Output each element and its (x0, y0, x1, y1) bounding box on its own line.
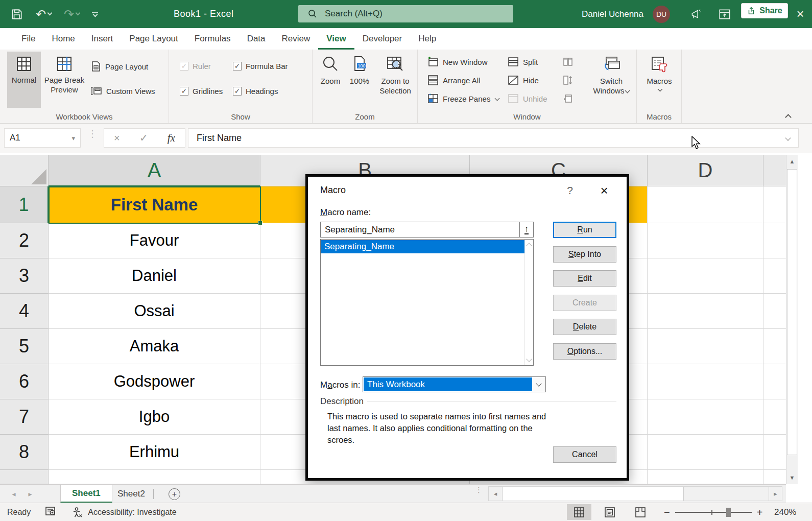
tab-data[interactable]: Data (239, 28, 274, 50)
macro-record-button[interactable] (45, 506, 57, 519)
arrange-all-button[interactable]: Arrange All (427, 75, 480, 86)
macro-list-item-selected[interactable]: Separating_Name (321, 240, 524, 253)
page-break-preview-button[interactable]: Page Break Preview (42, 52, 87, 108)
macros-button[interactable]: Macros (643, 52, 676, 108)
avatar[interactable]: DU (653, 6, 670, 23)
cell-a8[interactable]: Erhimu (49, 435, 260, 470)
tab-review[interactable]: Review (274, 28, 319, 50)
cell-d8[interactable] (648, 435, 763, 470)
insert-function-button[interactable]: fx (168, 132, 175, 145)
name-box-dropdown-icon[interactable]: ▾ (71, 134, 75, 142)
scroll-right-button[interactable]: ▸ (769, 487, 782, 501)
undo-button[interactable]: ↶ (36, 8, 52, 20)
checkbox-headings[interactable]: ✓ Headings (233, 87, 278, 96)
share-button[interactable]: Share (741, 3, 788, 18)
tab-help[interactable]: Help (410, 28, 444, 50)
cell-a1[interactable]: First Name (49, 186, 260, 223)
cell-d7[interactable] (648, 399, 763, 435)
tab-insert[interactable]: Insert (83, 28, 122, 50)
view-page-break-button[interactable] (628, 504, 653, 520)
cell-a5[interactable]: Amaka (49, 329, 260, 364)
cell-a4[interactable]: Ossai (49, 294, 260, 329)
horizontal-scrollbar[interactable]: ◂ ▸ (488, 486, 782, 501)
save-button[interactable] (10, 8, 23, 21)
col-header-a[interactable]: A (49, 155, 260, 186)
formula-enter-button[interactable]: ✓ (139, 132, 148, 144)
name-box[interactable]: A1 ▾ (4, 128, 81, 148)
cell-e7[interactable] (763, 399, 786, 435)
row-header-7[interactable]: 7 (0, 399, 49, 435)
vertical-scrollbar[interactable]: ▲ ▼ (786, 155, 798, 484)
reset-window-position-button[interactable] (562, 93, 574, 106)
zoom-in-button[interactable]: + (757, 507, 763, 518)
formula-bar-expand-icon[interactable] (785, 135, 791, 140)
hide-button[interactable]: Hide (507, 75, 539, 86)
page-layout-view-button[interactable]: Page Layout (90, 61, 148, 72)
cell-a7[interactable]: Igbo (49, 399, 260, 435)
ribbon-display-options-button[interactable] (713, 0, 736, 28)
custom-views-button[interactable]: Custom Views (90, 85, 155, 97)
step-into-button[interactable]: Step Into (553, 246, 616, 263)
cell-a9[interactable] (49, 470, 260, 484)
cell-e3[interactable] (763, 258, 786, 294)
cell-e5[interactable] (763, 329, 786, 364)
scroll-down-button[interactable]: ▼ (786, 471, 798, 484)
formula-cancel-button[interactable]: × (114, 132, 120, 144)
zoom-button[interactable]: Zoom (316, 52, 345, 108)
col-header-e-partial[interactable] (763, 155, 786, 186)
normal-view-button[interactable]: Normal (7, 52, 41, 108)
cell-a6[interactable]: Godspower (49, 364, 260, 399)
row-header-9-partial[interactable] (0, 470, 49, 484)
macros-in-dropdown-icon[interactable] (532, 377, 545, 392)
customize-qat-button[interactable] (92, 12, 98, 16)
list-scroll-down-icon[interactable] (526, 356, 532, 362)
zoom-out-button[interactable]: − (664, 507, 670, 518)
cell-d9[interactable] (648, 470, 763, 484)
row-header-5[interactable]: 5 (0, 329, 49, 364)
sheet-nav-prev-button[interactable]: ◂ (6, 485, 21, 503)
formula-bar-drag-handle[interactable]: ⋮ (88, 132, 97, 136)
row-header-6[interactable]: 6 (0, 364, 49, 399)
add-sheet-button[interactable]: + (169, 488, 180, 500)
checkbox-formula-bar[interactable]: ✓ Formula Bar (233, 62, 288, 70)
cell-e9[interactable] (763, 470, 786, 484)
tab-sheet1[interactable]: Sheet1 (60, 485, 112, 503)
tab-view[interactable]: View (318, 28, 354, 50)
view-page-layout-button[interactable] (598, 504, 622, 520)
formula-input[interactable]: First Name (188, 128, 799, 148)
macros-in-select[interactable]: This Workbook (363, 376, 546, 392)
cell-a2[interactable]: Favour (49, 223, 260, 258)
collapse-ribbon-button[interactable] (783, 113, 793, 120)
zoom-to-selection-button[interactable]: Zoom to Selection (375, 52, 416, 108)
cell-d2[interactable] (648, 223, 763, 258)
zoom-level[interactable]: 240% (774, 503, 796, 521)
cell-e8[interactable] (763, 435, 786, 470)
cell-e4[interactable] (763, 294, 786, 329)
zoom-slider-handle[interactable] (726, 508, 731, 517)
options-button[interactable]: Options... (553, 343, 616, 360)
tab-formulas[interactable]: Formulas (186, 28, 239, 50)
list-scroll-up-icon[interactable] (526, 243, 532, 248)
checkbox-gridlines[interactable]: ✓ Gridlines (180, 87, 223, 96)
select-all-corner[interactable] (0, 155, 49, 186)
coming-soon-button[interactable] (684, 0, 708, 28)
cell-d3[interactable] (648, 258, 763, 294)
accessibility-status[interactable]: Accessibility: Investigate (71, 507, 176, 518)
tab-developer[interactable]: Developer (354, 28, 411, 50)
tab-home[interactable]: Home (43, 28, 83, 50)
view-side-by-side-button[interactable] (562, 57, 574, 69)
sheet-nav-next-button[interactable]: ▸ (22, 485, 38, 503)
cell-e6[interactable] (763, 364, 786, 399)
vertical-scroll-thumb[interactable] (787, 169, 797, 455)
search-box[interactable]: Search (Alt+Q) (298, 5, 513, 22)
cell-d5[interactable] (648, 329, 763, 364)
cell-d6[interactable] (648, 364, 763, 399)
cell-e1[interactable] (763, 186, 786, 223)
row-header-1[interactable]: 1 (0, 186, 49, 223)
scroll-left-button[interactable]: ◂ (489, 487, 502, 501)
macro-list[interactable]: Separating_Name (320, 239, 534, 366)
run-button[interactable]: Run (553, 222, 616, 238)
tab-file[interactable]: File (13, 28, 43, 50)
cell-d1[interactable] (648, 186, 763, 223)
scroll-up-button[interactable]: ▲ (786, 155, 798, 168)
